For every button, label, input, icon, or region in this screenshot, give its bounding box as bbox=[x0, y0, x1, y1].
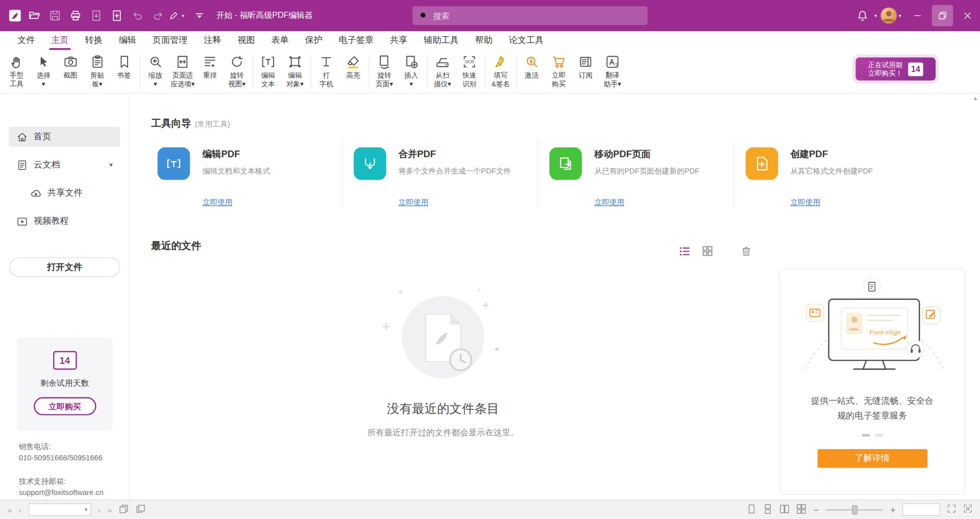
menu-protect[interactable]: 保护 bbox=[297, 31, 331, 50]
menu-home[interactable]: 主页 bbox=[43, 31, 77, 50]
use-now-link[interactable]: 立即使用 bbox=[399, 197, 429, 208]
clipboard-button[interactable]: 剪贴 板▾ bbox=[84, 53, 111, 89]
trial-period-badge[interactable]: 正在试用期 立即购买！ 14 bbox=[855, 58, 936, 81]
close-button[interactable] bbox=[955, 0, 980, 31]
menu-comment[interactable]: 注释 bbox=[195, 31, 229, 50]
app-logo[interactable] bbox=[5, 6, 24, 26]
minimize-button[interactable] bbox=[905, 0, 930, 31]
sidebar-item-shared-files[interactable]: 共享文件 bbox=[9, 183, 120, 203]
menu-paper-tools[interactable]: 论文工具 bbox=[501, 31, 552, 50]
buy-now-pill-button[interactable]: 立即购买 bbox=[34, 397, 96, 415]
menu-esign[interactable]: 电子签章 bbox=[331, 31, 382, 50]
first-page-button[interactable]: « bbox=[8, 505, 12, 514]
scrollbar-up-arrow[interactable]: ▲ bbox=[972, 95, 978, 101]
sidebar-item-cloud-docs[interactable]: 云文档 ▼ bbox=[9, 155, 120, 175]
carousel-dot[interactable] bbox=[875, 434, 883, 437]
menu-view[interactable]: 视图 bbox=[229, 31, 263, 50]
document-icon bbox=[16, 159, 28, 170]
customize-toolbar-icon[interactable] bbox=[189, 6, 209, 26]
account-dropdown-icon[interactable]: ▾ bbox=[899, 13, 901, 18]
next-view-button[interactable] bbox=[136, 504, 146, 515]
zoom-percent-input[interactable] bbox=[903, 504, 939, 515]
user-avatar[interactable] bbox=[880, 8, 897, 24]
menu-file[interactable]: 文件 bbox=[9, 31, 43, 50]
activate-button[interactable]: 激活 bbox=[519, 53, 546, 80]
zoom-in-button[interactable]: + bbox=[890, 504, 896, 515]
svg-text:文: 文 bbox=[615, 62, 618, 67]
subscribe-button[interactable]: 订阅 bbox=[572, 53, 599, 80]
carousel-dot-active[interactable] bbox=[862, 434, 870, 437]
tool-card-edit-pdf[interactable]: 编辑PDF 编辑文档和文本格式 立即使用 bbox=[151, 139, 341, 208]
menu-help[interactable]: 帮助 bbox=[467, 31, 501, 50]
continuous-view-button[interactable] bbox=[764, 504, 773, 515]
sidebar-item-home[interactable]: 首页 bbox=[9, 127, 120, 146]
reflow-button[interactable]: 重排 bbox=[197, 53, 224, 80]
zoom-button[interactable]: 缩放 ▾ bbox=[142, 53, 169, 89]
menu-edit[interactable]: 编辑 bbox=[111, 31, 144, 50]
zoom-slider-thumb[interactable] bbox=[852, 505, 857, 514]
fill-sign-button[interactable]: 填写 &签名 bbox=[487, 53, 514, 89]
bookmark-button[interactable]: 书签 bbox=[111, 53, 138, 80]
facing-view-button[interactable] bbox=[780, 504, 790, 515]
menu-share[interactable]: 共享 bbox=[382, 31, 415, 50]
open-file-button[interactable]: 打开文件 bbox=[9, 257, 120, 277]
tool-card-merge-pdf[interactable]: 合并PDF 将多个文件合并生成一个PDF文件 立即使用 bbox=[341, 139, 537, 208]
typewriter-button[interactable]: 打 字机 bbox=[313, 53, 340, 89]
tool-card-move-pdf-pages[interactable]: 移动PDF页面 从已有的PDF页面创建新的PDF 立即使用 bbox=[537, 139, 733, 208]
menu-form[interactable]: 表单 bbox=[263, 31, 297, 50]
rotate-view-button[interactable]: 旋转 视图▾ bbox=[224, 53, 251, 89]
select-button[interactable]: 选择 ▾ bbox=[30, 53, 57, 89]
undo-icon[interactable] bbox=[128, 6, 147, 26]
buy-now-button[interactable]: 立即 购买 bbox=[545, 53, 572, 89]
translate-assistant-button[interactable]: 文翻译 助手▾ bbox=[599, 53, 626, 89]
print-icon[interactable] bbox=[66, 6, 85, 26]
sign-pen-icon[interactable]: ▾ bbox=[169, 6, 188, 26]
menu-accessibility[interactable]: 辅助工具 bbox=[415, 31, 467, 50]
rotate-pages-button[interactable]: 旋转 页面▾ bbox=[371, 53, 398, 89]
hand-tool-button[interactable]: 手型 工具 bbox=[3, 53, 30, 89]
search-input[interactable] bbox=[433, 11, 642, 20]
use-now-link[interactable]: 立即使用 bbox=[594, 197, 624, 208]
tool-card-create-pdf[interactable]: 创建PDF 从其它格式文件创建PDF 立即使用 bbox=[733, 139, 929, 208]
prev-view-button[interactable] bbox=[119, 504, 129, 515]
save-icon[interactable] bbox=[45, 6, 64, 26]
notifications-bell-icon[interactable] bbox=[853, 6, 872, 26]
facing-continuous-view-button[interactable] bbox=[797, 504, 807, 515]
menu-page-manage[interactable]: 页面管理 bbox=[144, 31, 195, 50]
clear-recent-trash-button[interactable] bbox=[740, 245, 752, 257]
fit-screen-button[interactable] bbox=[947, 504, 956, 515]
search-bar[interactable] bbox=[412, 6, 647, 25]
sign-pen-dropdown-icon[interactable]: ▾ bbox=[182, 13, 184, 18]
bell-dropdown-icon[interactable]: ▾ bbox=[874, 13, 877, 18]
highlight-button[interactable]: 高亮 bbox=[340, 53, 367, 80]
sidebar-item-video-tutorials[interactable]: 视频教程 bbox=[9, 211, 120, 231]
chevron-down-icon[interactable]: ▼ bbox=[108, 162, 114, 168]
fit-page-button[interactable]: 页面适 应选项▾ bbox=[169, 53, 197, 89]
redo-icon[interactable] bbox=[148, 6, 167, 26]
edit-text-button[interactable]: 编辑 文本 bbox=[255, 53, 282, 89]
zoom-percent-box[interactable] bbox=[902, 503, 940, 515]
export-doc-icon[interactable] bbox=[86, 6, 106, 26]
open-file-icon[interactable] bbox=[24, 6, 44, 26]
use-now-link[interactable]: 立即使用 bbox=[203, 197, 233, 208]
single-page-view-button[interactable] bbox=[747, 504, 756, 515]
fullscreen-button[interactable] bbox=[963, 504, 972, 515]
list-view-button[interactable] bbox=[678, 245, 691, 257]
snapshot-button[interactable]: 截图 bbox=[57, 53, 84, 80]
tool-card-title: 移动PDF页面 bbox=[594, 149, 699, 160]
from-scanner-button[interactable]: 从扫 描仪▾ bbox=[429, 53, 456, 89]
zoom-slider[interactable] bbox=[826, 509, 884, 511]
last-page-button[interactable]: » bbox=[108, 505, 112, 514]
trial-badge-line2: 立即购买！ bbox=[868, 69, 902, 77]
use-now-link[interactable]: 立即使用 bbox=[790, 197, 820, 208]
menu-convert[interactable]: 转换 bbox=[77, 31, 111, 50]
edit-object-button[interactable]: 编辑 对象▾ bbox=[282, 53, 309, 89]
new-doc-icon[interactable] bbox=[107, 6, 126, 26]
zoom-out-button[interactable]: − bbox=[814, 504, 819, 515]
grid-view-button[interactable] bbox=[701, 245, 714, 257]
insert-button[interactable]: 插入 ▾ bbox=[398, 53, 425, 89]
restore-button[interactable] bbox=[932, 5, 953, 27]
tools-guide-title: 工具向导 bbox=[151, 117, 191, 131]
quick-ocr-button[interactable]: OCR快速 识别 bbox=[456, 53, 483, 89]
learn-more-button[interactable]: 了解详情 bbox=[817, 449, 927, 468]
